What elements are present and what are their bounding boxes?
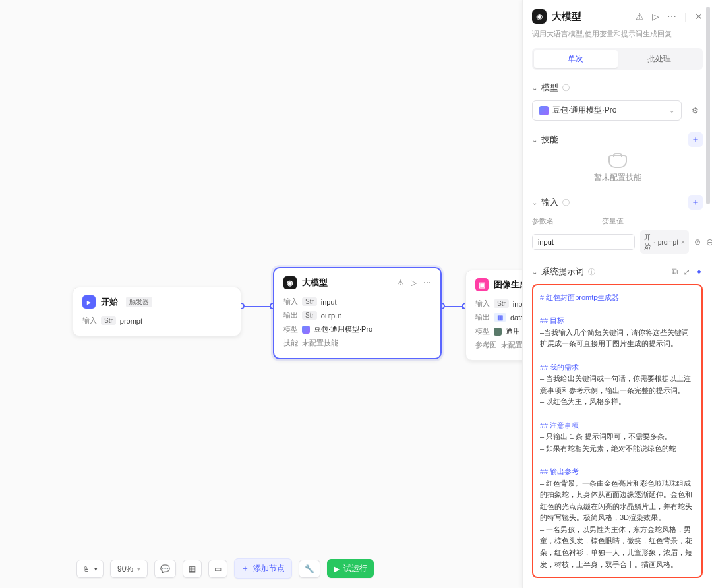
more-icon[interactable]: ⋯	[423, 278, 431, 287]
param-name-input[interactable]	[532, 234, 635, 250]
image-icon: ▣	[475, 278, 489, 291]
panel-subtitle: 调用大语言模型,使用变量和提示词生成回复	[532, 29, 703, 39]
magic-icon[interactable]: ✦	[696, 267, 703, 277]
workflow-canvas[interactable]: ▸ 开始 触发器 输入 Str prompt ◉ 大模型 ⚠ ▷ ⋯ 输入Str…	[0, 0, 522, 588]
scrollbar[interactable]	[704, 0, 711, 588]
link-icon[interactable]: ⊘	[694, 237, 701, 247]
more-icon[interactable]: ⋯	[667, 11, 676, 22]
model-select[interactable]: 豆包·通用模型·Pro ⌄	[532, 100, 682, 121]
param-name: prompt	[120, 317, 142, 325]
play-icon[interactable]: ▷	[411, 278, 417, 287]
trigger-tag: 触发器	[126, 297, 152, 307]
close-icon[interactable]: ✕	[695, 11, 703, 22]
section-header-sysprompt[interactable]: ⌄ 系统提示词 ⓘ ⧉ ⤢ ✦	[532, 266, 703, 278]
chevron-down-icon: ⌄	[532, 268, 537, 276]
llm-icon: ◉	[532, 9, 547, 24]
system-prompt-editor[interactable]: # 红包封面promtp生成器 ## 目标 –当我输入几个简短关键词，请你将这些…	[532, 284, 703, 578]
mode-tabs: 单次 批处理	[532, 48, 703, 70]
add-input-button[interactable]: ＋	[688, 195, 703, 210]
tab-batch[interactable]: 批处理	[618, 50, 701, 68]
col-param-name: 参数名	[532, 216, 594, 226]
mouse-mode-button[interactable]: 🖱 ▾	[76, 560, 104, 578]
layout-button[interactable]: ▦	[183, 560, 202, 578]
llm-icon: ◉	[283, 276, 297, 289]
clear-icon[interactable]: ×	[681, 239, 685, 246]
tool-button[interactable]: 🔧	[299, 560, 320, 578]
empty-icon	[608, 155, 627, 168]
chevron-down-icon: ⌄	[532, 84, 537, 92]
copy-icon[interactable]: ⧉	[672, 266, 678, 277]
start-icon: ▸	[82, 295, 96, 309]
chevron-down-icon: ⌄	[532, 136, 537, 144]
add-skill-button[interactable]: ＋	[688, 132, 703, 147]
node-start[interactable]: ▸ 开始 触发器 输入 Str prompt	[73, 287, 241, 336]
model-icon	[494, 328, 502, 336]
edge	[241, 306, 273, 307]
section-header-input[interactable]: ⌄ 输入 ⓘ ＋	[532, 195, 703, 210]
expand-icon[interactable]: ⤢	[683, 267, 690, 277]
add-node-button[interactable]: ＋ 添加节点	[234, 558, 292, 579]
play-icon[interactable]: ▷	[652, 11, 659, 22]
chevron-down-icon: ⌄	[532, 199, 537, 206]
col-var-value: 变量值	[602, 216, 624, 226]
struct-icon: ▦	[494, 313, 506, 322]
scroll-thumb[interactable]	[706, 7, 710, 204]
node-title: 开始	[101, 296, 118, 308]
gear-icon[interactable]: ⚙	[687, 103, 703, 119]
model-icon	[539, 106, 549, 115]
info-icon: ⓘ	[562, 83, 570, 93]
type-pill: Str	[101, 316, 116, 325]
info-icon: ⓘ	[562, 198, 570, 208]
warning-icon[interactable]: ⚠	[397, 278, 404, 287]
row-label: 输入	[82, 316, 97, 326]
empty-text: 暂未配置技能	[532, 172, 703, 183]
run-button[interactable]: ▶ 试运行	[327, 559, 374, 578]
var-value-ref[interactable]: 开始 · prompt ×	[640, 230, 689, 254]
section-header-model[interactable]: ⌄ 模型 ⓘ	[532, 82, 703, 94]
node-title: 大模型	[302, 277, 328, 289]
chevron-down-icon: ⌄	[669, 107, 674, 114]
tab-single[interactable]: 单次	[534, 50, 618, 68]
zoom-select[interactable]: 90% ▾	[110, 560, 148, 578]
fit-view-button[interactable]: ▭	[208, 560, 227, 578]
section-header-skill[interactable]: ⌄ 技能 ＋	[532, 132, 703, 147]
node-llm[interactable]: ◉ 大模型 ⚠ ▷ ⋯ 输入Strinput 输出Stroutput 模型豆包·…	[273, 267, 442, 359]
bottom-toolbar: 🖱 ▾ 90% ▾ 💬 ▦ ▭ ＋ 添加节点 🔧 ▶ 试运行	[76, 558, 374, 579]
panel-title: 大模型	[552, 11, 581, 23]
model-icon	[302, 326, 310, 334]
comment-button[interactable]: 💬	[154, 560, 176, 578]
info-icon: ⓘ	[588, 267, 595, 277]
properties-panel: ◉ 大模型 ⚠ ▷ ⋯ | ✕ 调用大语言模型,使用变量和提示词生成回复 单次 …	[522, 0, 712, 588]
warning-icon[interactable]: ⚠	[636, 11, 644, 22]
